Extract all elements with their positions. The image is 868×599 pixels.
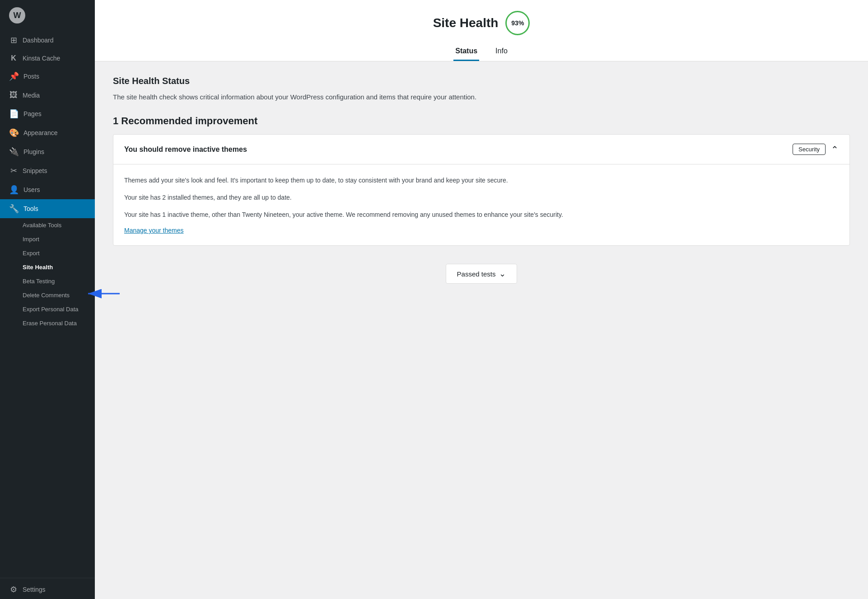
export-label: Export [23,250,40,257]
sidebar-item-beta-testing[interactable]: Beta Testing [0,274,95,288]
sidebar-item-import[interactable]: Import [0,232,95,246]
dashboard-icon: ⊞ [9,35,18,45]
page-title: Site Health [433,16,499,30]
media-icon: 🖼 [9,90,18,100]
security-badge: Security [793,144,826,155]
health-score-badge: 93% [505,11,530,35]
beta-testing-label: Beta Testing [23,278,55,285]
passed-tests-section: Passed tests ⌄ [113,253,850,302]
plugins-icon: 🔌 [9,147,19,157]
passed-tests-button[interactable]: Passed tests ⌄ [446,264,518,284]
page-header: Site Health 93% Status Info [95,0,868,61]
issue-card-body: Themes add your site's look and feel. It… [113,164,849,245]
sidebar-item-erase-personal-data[interactable]: Erase Personal Data [0,316,95,330]
recommendation-count: 1 Recommended improvement [113,115,850,127]
kinsta-icon: K [9,54,18,62]
passed-tests-label: Passed tests [457,270,496,278]
sidebar: W ⊞ Dashboard K Kinsta Cache 📌 Posts 🖼 M… [0,0,95,599]
nav-plugins[interactable]: 🔌 Plugins [0,142,95,161]
section-description: The site health check shows critical inf… [113,92,850,103]
erase-personal-data-label: Erase Personal Data [23,320,77,327]
nav-users[interactable]: 👤 Users [0,180,95,199]
nav-plugins-label: Plugins [23,148,44,155]
sidebar-logo: W [0,0,95,31]
available-tools-label: Available Tools [23,222,61,229]
issue-text-3: Your site has 1 inactive theme, other th… [124,210,839,220]
nav-pages[interactable]: 📄 Pages [0,104,95,123]
sidebar-item-available-tools[interactable]: Available Tools [0,218,95,232]
main-content: Site Health 93% Status Info Site Health … [95,0,868,599]
delete-comments-label: Delete Comments [23,292,70,299]
export-personal-data-label: Export Personal Data [23,306,79,313]
sidebar-item-delete-comments[interactable]: Delete Comments [0,288,95,302]
appearance-icon: 🎨 [9,128,19,138]
issue-card-header: You should remove inactive themes Securi… [113,135,849,164]
nav-dashboard-label: Dashboard [23,37,54,44]
import-label: Import [23,236,39,243]
tab-info[interactable]: Info [494,42,509,61]
settings-icon: ⚙ [9,585,18,594]
content-area: Site Health Status The site health check… [95,61,868,599]
users-icon: 👤 [9,185,19,195]
nav-media-label: Media [23,92,40,99]
issue-header-right: Security ⌃ [793,144,839,155]
tab-bar: Status Info [453,42,509,61]
nav-dashboard[interactable]: ⊞ Dashboard [0,31,95,50]
nav-snippets[interactable]: ✂ Snippets [0,161,95,180]
nav-media[interactable]: 🖼 Media [0,86,95,104]
sidebar-divider [0,578,95,578]
site-health-label: Site Health [23,264,53,271]
sidebar-item-site-health[interactable]: Site Health [0,260,95,274]
collapse-icon[interactable]: ⌃ [831,144,839,155]
issue-card: You should remove inactive themes Securi… [113,134,850,246]
chevron-down-icon: ⌄ [499,269,506,279]
pages-icon: 📄 [9,109,19,119]
nav-tools-label: Tools [23,205,38,212]
nav-snippets-label: Snippets [23,167,47,174]
nav-tools[interactable]: 🔧 Tools [0,199,95,218]
issue-text-2: Your site has 2 installed themes, and th… [124,192,839,203]
posts-icon: 📌 [9,71,19,81]
nav-settings-label: Settings [23,586,46,593]
section-title: Site Health Status [113,76,850,86]
snippets-icon: ✂ [9,166,18,176]
nav-kinsta-label: Kinsta Cache [23,55,60,62]
nav-appearance-label: Appearance [23,129,58,136]
title-row: Site Health 93% [433,11,530,35]
nav-appearance[interactable]: 🎨 Appearance [0,123,95,142]
nav-kinsta-cache[interactable]: K Kinsta Cache [0,50,95,67]
tab-status[interactable]: Status [453,42,479,61]
manage-themes-link[interactable]: Manage your themes [124,227,184,234]
nav-settings[interactable]: ⚙ Settings [0,580,95,599]
nav-users-label: Users [23,186,40,193]
issue-title: You should remove inactive themes [124,145,247,154]
tools-icon: 🔧 [9,204,19,214]
sidebar-item-export-personal-data[interactable]: Export Personal Data [0,302,95,316]
wp-logo-icon: W [9,7,25,23]
issue-text-1: Themes add your site's look and feel. It… [124,175,839,186]
nav-pages-label: Pages [23,110,42,117]
nav-posts[interactable]: 📌 Posts [0,67,95,86]
sidebar-item-export[interactable]: Export [0,246,95,260]
nav-posts-label: Posts [23,73,39,80]
